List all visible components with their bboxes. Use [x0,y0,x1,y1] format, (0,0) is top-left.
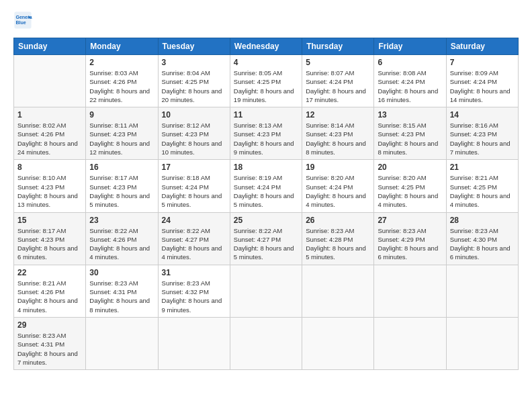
day-cell: 9Sunrise: 8:11 AMSunset: 4:23 PMDaylight… [86,107,158,160]
day-info: Sunrise: 8:22 AMSunset: 4:26 PMDaylight:… [89,227,150,261]
day-cell [374,265,446,317]
day-info: Sunrise: 8:08 AMSunset: 4:24 PMDaylight:… [378,69,438,103]
day-info: Sunrise: 8:21 AMSunset: 4:26 PMDaylight:… [17,279,78,314]
day-number: 13 [378,110,442,120]
day-cell [446,317,518,369]
day-cell: 12Sunrise: 8:14 AMSunset: 4:23 PMDayligh… [302,107,374,160]
day-cell: 22Sunrise: 8:21 AMSunset: 4:26 PMDayligh… [14,265,86,317]
day-cell: 7Sunrise: 8:09 AMSunset: 4:24 PMDaylight… [446,55,518,107]
day-info: Sunrise: 8:04 AMSunset: 4:25 PMDaylight:… [162,69,222,103]
day-info: Sunrise: 8:07 AMSunset: 4:24 PMDaylight:… [306,69,366,103]
day-cell: 28Sunrise: 8:23 AMSunset: 4:30 PMDayligh… [446,212,518,265]
day-info: Sunrise: 8:05 AMSunset: 4:25 PMDaylight:… [234,69,294,103]
dow-header-tuesday: Tuesday [158,38,230,55]
day-cell [230,317,302,369]
day-cell: 24Sunrise: 8:22 AMSunset: 4:27 PMDayligh… [158,212,230,265]
day-cell: 29Sunrise: 8:23 AMSunset: 4:31 PMDayligh… [14,317,86,369]
day-info: Sunrise: 8:23 AMSunset: 4:32 PMDaylight:… [162,279,222,314]
day-cell [14,55,86,107]
day-cell: 26Sunrise: 8:23 AMSunset: 4:28 PMDayligh… [302,212,374,265]
day-cell: 3Sunrise: 8:04 AMSunset: 4:25 PMDaylight… [158,55,230,107]
day-number: 15 [17,216,82,225]
day-info: Sunrise: 8:10 AMSunset: 4:23 PMDaylight:… [17,174,78,208]
day-cell [230,265,302,317]
day-cell: 13Sunrise: 8:15 AMSunset: 4:23 PMDayligh… [374,107,446,160]
day-number: 9 [89,110,154,120]
day-number: 8 [17,163,82,172]
day-info: Sunrise: 8:23 AMSunset: 4:31 PMDaylight:… [89,279,150,314]
day-info: Sunrise: 8:18 AMSunset: 4:24 PMDaylight:… [162,174,222,208]
day-number: 3 [162,58,226,67]
day-info: Sunrise: 8:23 AMSunset: 4:31 PMDaylight:… [17,332,78,366]
day-cell: 4Sunrise: 8:05 AMSunset: 4:25 PMDaylight… [230,55,302,107]
dow-header-saturday: Saturday [446,38,518,55]
day-number: 10 [162,110,226,120]
day-info: Sunrise: 8:17 AMSunset: 4:23 PMDaylight:… [17,227,78,261]
day-info: Sunrise: 8:23 AMSunset: 4:28 PMDaylight:… [306,227,366,261]
day-info: Sunrise: 8:13 AMSunset: 4:23 PMDaylight:… [234,122,294,156]
day-number: 2 [89,58,154,67]
day-number: 11 [234,110,298,120]
day-number: 6 [378,58,442,67]
day-info: Sunrise: 8:14 AMSunset: 4:23 PMDaylight:… [306,122,366,156]
day-info: Sunrise: 8:20 AMSunset: 4:24 PMDaylight:… [306,174,366,208]
day-number: 22 [17,268,82,277]
svg-text:Blue: Blue [16,20,26,25]
page-container: General Blue SundayMondayTuesdayWednesda… [0,0,532,377]
day-number: 16 [89,163,154,172]
day-number: 31 [162,268,226,277]
day-cell [446,265,518,317]
day-info: Sunrise: 8:22 AMSunset: 4:27 PMDaylight:… [162,227,222,261]
day-cell: 16Sunrise: 8:17 AMSunset: 4:23 PMDayligh… [86,160,158,212]
dow-header-friday: Friday [374,38,446,55]
day-number: 12 [306,110,370,120]
day-cell [86,317,158,369]
day-number: 1 [17,110,82,120]
day-number: 7 [450,58,515,67]
week-row-1: 2Sunrise: 8:03 AMSunset: 4:26 PMDaylight… [14,55,519,107]
day-number: 27 [378,216,442,225]
day-number: 23 [89,216,154,225]
day-cell: 17Sunrise: 8:18 AMSunset: 4:24 PMDayligh… [158,160,230,212]
day-number: 21 [450,163,515,172]
header: General Blue [13,11,519,30]
day-info: Sunrise: 8:03 AMSunset: 4:26 PMDaylight:… [89,69,150,103]
day-info: Sunrise: 8:23 AMSunset: 4:30 PMDaylight:… [450,227,511,261]
logo-icon: General Blue [13,11,32,30]
day-info: Sunrise: 8:11 AMSunset: 4:23 PMDaylight:… [89,122,150,156]
calendar-table: SundayMondayTuesdayWednesdayThursdayFrid… [13,38,519,370]
day-number: 4 [234,58,298,67]
day-cell [374,317,446,369]
day-cell: 10Sunrise: 8:12 AMSunset: 4:23 PMDayligh… [158,107,230,160]
day-cell [158,317,230,369]
day-cell: 23Sunrise: 8:22 AMSunset: 4:26 PMDayligh… [86,212,158,265]
day-info: Sunrise: 8:17 AMSunset: 4:23 PMDaylight:… [89,174,150,208]
day-number: 19 [306,163,370,172]
day-cell [302,317,374,369]
day-cell: 2Sunrise: 8:03 AMSunset: 4:26 PMDaylight… [86,55,158,107]
week-row-2: 1Sunrise: 8:02 AMSunset: 4:26 PMDaylight… [14,107,519,160]
day-number: 26 [306,216,370,225]
day-info: Sunrise: 8:02 AMSunset: 4:26 PMDaylight:… [17,122,78,156]
day-info: Sunrise: 8:22 AMSunset: 4:27 PMDaylight:… [234,227,294,261]
day-info: Sunrise: 8:19 AMSunset: 4:24 PMDaylight:… [234,174,294,208]
day-cell: 21Sunrise: 8:21 AMSunset: 4:25 PMDayligh… [446,160,518,212]
day-cell: 8Sunrise: 8:10 AMSunset: 4:23 PMDaylight… [14,160,86,212]
week-row-6: 29Sunrise: 8:23 AMSunset: 4:31 PMDayligh… [14,317,519,369]
logo: General Blue [13,11,35,30]
day-info: Sunrise: 8:20 AMSunset: 4:25 PMDaylight:… [378,174,438,208]
day-info: Sunrise: 8:16 AMSunset: 4:23 PMDaylight:… [450,122,511,156]
dow-header-sunday: Sunday [14,38,86,55]
dow-header-monday: Monday [86,38,158,55]
day-cell: 20Sunrise: 8:20 AMSunset: 4:25 PMDayligh… [374,160,446,212]
day-info: Sunrise: 8:21 AMSunset: 4:25 PMDaylight:… [450,174,511,208]
day-cell: 27Sunrise: 8:23 AMSunset: 4:29 PMDayligh… [374,212,446,265]
day-number: 20 [378,163,442,172]
day-number: 5 [306,58,370,67]
day-cell: 25Sunrise: 8:22 AMSunset: 4:27 PMDayligh… [230,212,302,265]
day-cell: 18Sunrise: 8:19 AMSunset: 4:24 PMDayligh… [230,160,302,212]
day-cell: 14Sunrise: 8:16 AMSunset: 4:23 PMDayligh… [446,107,518,160]
week-row-4: 15Sunrise: 8:17 AMSunset: 4:23 PMDayligh… [14,212,519,265]
day-number: 14 [450,110,515,120]
day-info: Sunrise: 8:09 AMSunset: 4:24 PMDaylight:… [450,69,511,103]
